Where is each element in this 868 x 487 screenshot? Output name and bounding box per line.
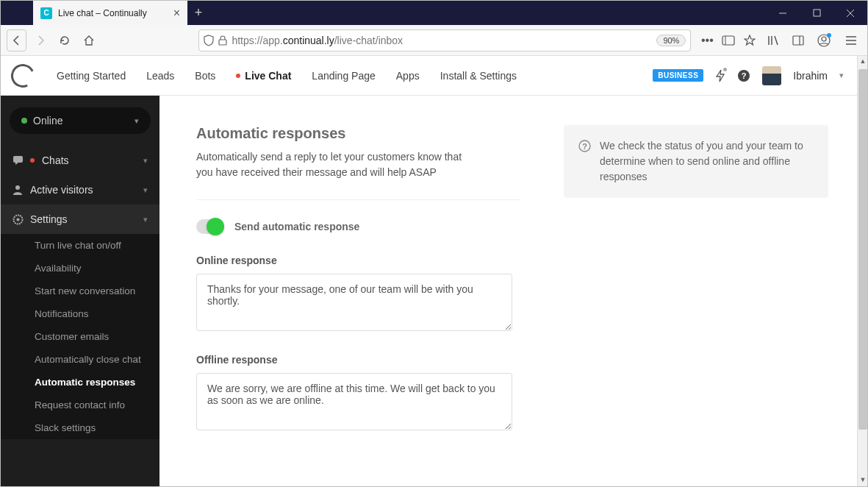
account-icon[interactable] xyxy=(817,34,831,47)
settings-sub-item[interactable]: Slack settings xyxy=(1,416,159,439)
sidebar-section-settings[interactable]: Settings ▾ xyxy=(1,205,159,234)
username-label[interactable]: Ibrahim xyxy=(793,70,828,82)
more-icon[interactable]: ••• xyxy=(700,34,714,47)
sidebar-chats-label: Chats xyxy=(42,154,69,166)
nav-reload-icon[interactable] xyxy=(55,29,75,51)
tab-favicon: C xyxy=(40,7,52,19)
topnav-item[interactable]: Getting Started xyxy=(57,70,126,82)
svg-rect-5 xyxy=(722,36,734,45)
svg-rect-10 xyxy=(793,36,803,45)
tab-title: Live chat – Continually xyxy=(58,8,168,18)
topnav-label: Landing Page xyxy=(312,70,375,82)
topnav-label: Install & Settings xyxy=(440,70,517,82)
library-icon[interactable] xyxy=(767,35,781,46)
topnav-item[interactable]: Leads xyxy=(146,70,174,82)
tab-close-icon[interactable]: × xyxy=(173,7,180,19)
settings-sub-item[interactable]: Customer emails xyxy=(1,325,159,348)
url-bar[interactable]: https://app.continual.ly/live-chat/inbox… xyxy=(198,29,691,51)
info-text: We check the status of you and your team… xyxy=(600,138,814,185)
svg-rect-4 xyxy=(219,40,226,45)
svg-point-22 xyxy=(17,218,20,221)
lock-icon[interactable] xyxy=(218,35,227,46)
settings-sub-item[interactable]: Turn live chat on/off xyxy=(1,234,159,257)
red-dot-icon xyxy=(30,158,35,163)
topnav-label: Bots xyxy=(195,70,215,82)
toggle-label: Send automatic response xyxy=(234,221,359,232)
info-panel: ? We check the status of you and your te… xyxy=(564,125,828,198)
topnav-label: Live Chat xyxy=(245,70,291,82)
chevron-down-icon: ▾ xyxy=(143,185,148,195)
sidebar-section-visitors[interactable]: Active visitors ▾ xyxy=(1,175,159,205)
topnav-label: Getting Started xyxy=(57,70,126,82)
topnav-item[interactable]: Landing Page xyxy=(312,70,375,82)
settings-subitems: Turn live chat on/offAvailabilityStart n… xyxy=(1,234,159,439)
user-avatar[interactable] xyxy=(762,66,781,85)
chat-icon xyxy=(12,155,23,166)
topnav-item[interactable]: Bots xyxy=(195,70,215,82)
status-selector[interactable]: Online ▾ xyxy=(10,107,151,134)
settings-sub-item[interactable]: Request contact info xyxy=(1,394,159,416)
help-icon[interactable]: ? xyxy=(737,69,750,82)
nav-forward-icon xyxy=(31,29,51,51)
bolt-icon[interactable] xyxy=(715,69,725,82)
svg-point-20 xyxy=(15,185,20,190)
online-response-label: Online response xyxy=(196,255,520,266)
topnav-label: Leads xyxy=(146,70,174,82)
settings-sub-item[interactable]: Notifications xyxy=(1,302,159,325)
shield-icon[interactable] xyxy=(204,35,214,46)
settings-sub-item[interactable]: Automatically close chat xyxy=(1,348,159,371)
send-auto-response-toggle[interactable] xyxy=(196,219,224,234)
offline-response-label: Offline response xyxy=(196,354,520,366)
topnav-item[interactable]: Live Chat xyxy=(236,70,291,82)
settings-sub-item[interactable]: Availability xyxy=(1,257,159,280)
topnav-item[interactable]: Install & Settings xyxy=(440,70,517,82)
window-controls xyxy=(766,1,867,25)
new-tab-button[interactable]: + xyxy=(187,1,209,25)
scrollbar[interactable]: ▲ ▼ xyxy=(857,56,867,487)
top-nav: Getting StartedLeadsBotsLive ChatLanding… xyxy=(57,70,517,82)
chevron-down-icon: ▾ xyxy=(143,156,148,166)
offline-response-input[interactable] xyxy=(196,373,512,430)
chevron-down-icon[interactable]: ▾ xyxy=(839,71,844,80)
app-logo[interactable] xyxy=(1,64,45,88)
sidebar-settings-label: Settings xyxy=(30,213,68,225)
zoom-badge[interactable]: 90% xyxy=(656,35,686,46)
window-close-icon[interactable] xyxy=(833,1,867,25)
svg-rect-1 xyxy=(814,10,820,16)
window-minimize-icon[interactable] xyxy=(766,1,800,25)
status-label: Online xyxy=(33,115,62,127)
red-dot-icon xyxy=(236,74,240,78)
topnav-label: Apps xyxy=(396,70,420,82)
online-response-input[interactable] xyxy=(196,274,512,331)
info-icon: ? xyxy=(578,140,591,185)
scroll-down-icon[interactable]: ▼ xyxy=(858,476,868,486)
svg-point-13 xyxy=(822,37,826,41)
sidebar-section-chats[interactable]: Chats ▾ xyxy=(1,146,159,175)
svg-text:?: ? xyxy=(582,142,587,151)
sidebar: Online ▾ Chats ▾ Active visitors ▾ xyxy=(1,96,159,487)
app-container: Getting StartedLeadsBotsLive ChatLanding… xyxy=(1,56,867,487)
browser-tab[interactable]: C Live chat – Continually × xyxy=(33,1,187,25)
svg-rect-19 xyxy=(13,156,23,163)
settings-sub-item[interactable]: Automatic responses xyxy=(1,371,159,394)
status-dot-icon xyxy=(21,118,27,124)
topnav-item[interactable]: Apps xyxy=(396,70,420,82)
star-icon[interactable] xyxy=(744,35,758,46)
sidebar-icon[interactable] xyxy=(792,35,806,46)
chevron-down-icon: ▾ xyxy=(143,215,148,224)
gear-icon xyxy=(12,214,23,225)
reader-icon[interactable] xyxy=(722,35,736,46)
nav-home-icon[interactable] xyxy=(79,29,99,51)
url-text: https://app.continual.ly/live-chat/inbox xyxy=(232,35,652,46)
user-icon xyxy=(12,185,23,195)
plan-badge[interactable]: BUSINESS xyxy=(653,69,703,82)
nav-back-icon[interactable] xyxy=(7,29,26,51)
settings-sub-item[interactable]: Start new conversation xyxy=(1,280,159,302)
scroll-thumb[interactable] xyxy=(858,69,867,430)
app-topbar: Getting StartedLeadsBotsLive ChatLanding… xyxy=(1,56,857,96)
scroll-up-icon[interactable]: ▲ xyxy=(858,57,868,68)
menu-icon[interactable] xyxy=(845,35,858,46)
main-content: Automatic responses Automatically send a… xyxy=(159,96,867,487)
window-maximize-icon[interactable] xyxy=(800,1,833,25)
chevron-down-icon: ▾ xyxy=(134,116,139,126)
